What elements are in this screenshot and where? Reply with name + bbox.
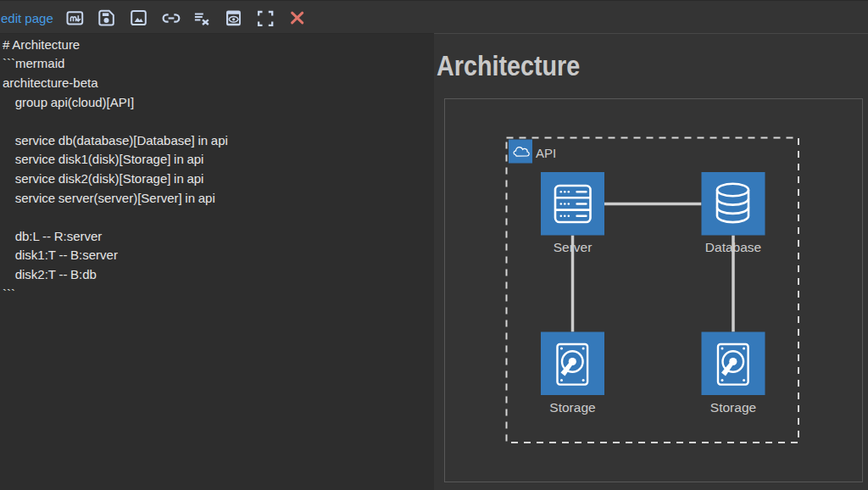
svg-text:Server: Server <box>554 240 593 254</box>
svg-text:Database: Database <box>705 240 761 254</box>
svg-text:API: API <box>536 146 556 160</box>
svg-text:Storage: Storage <box>710 400 756 415</box>
svg-text:Storage: Storage <box>549 400 595 415</box>
